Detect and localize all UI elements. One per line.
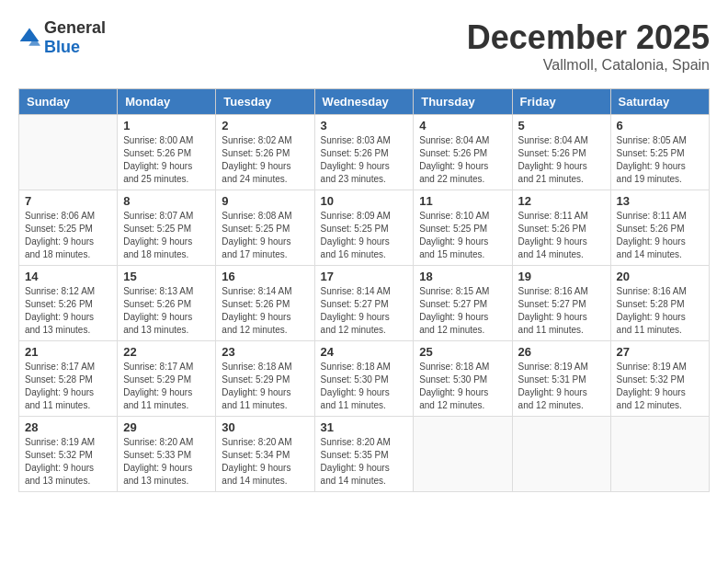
day-info: Sunrise: 8:19 AMSunset: 5:32 PMDaylight:… xyxy=(25,436,111,488)
day-cell: 1Sunrise: 8:00 AMSunset: 5:26 PMDaylight… xyxy=(118,115,216,190)
day-info: Sunrise: 8:19 AMSunset: 5:32 PMDaylight:… xyxy=(617,361,703,412)
day-cell: 21Sunrise: 8:17 AMSunset: 5:28 PMDayligh… xyxy=(19,341,118,417)
day-cell: 17Sunrise: 8:14 AMSunset: 5:27 PMDayligh… xyxy=(314,266,414,341)
col-header-monday: Monday xyxy=(118,89,216,115)
title-area: December 2025 Vallmoll, Catalonia, Spain xyxy=(467,18,710,74)
week-row-3: 14Sunrise: 8:12 AMSunset: 5:26 PMDayligh… xyxy=(19,266,710,341)
logo: General Blue xyxy=(18,18,106,57)
day-number: 24 xyxy=(321,345,408,359)
day-number: 11 xyxy=(419,194,506,208)
day-info: Sunrise: 8:04 AMSunset: 5:26 PMDaylight:… xyxy=(419,134,506,186)
day-number: 5 xyxy=(518,119,605,132)
day-number: 6 xyxy=(617,119,703,132)
day-cell: 29Sunrise: 8:20 AMSunset: 5:33 PMDayligh… xyxy=(118,417,216,492)
day-info: Sunrise: 8:07 AMSunset: 5:25 PMDaylight:… xyxy=(123,210,210,261)
day-cell: 20Sunrise: 8:16 AMSunset: 5:28 PMDayligh… xyxy=(610,266,709,341)
day-number: 28 xyxy=(25,420,111,434)
day-cell: 11Sunrise: 8:10 AMSunset: 5:25 PMDayligh… xyxy=(414,190,512,266)
day-number: 7 xyxy=(25,194,111,208)
header: General Blue December 2025 Vallmoll, Cat… xyxy=(18,18,710,74)
location: Vallmoll, Catalonia, Spain xyxy=(467,57,710,74)
day-number: 2 xyxy=(222,119,308,132)
day-info: Sunrise: 8:03 AMSunset: 5:26 PMDaylight:… xyxy=(321,134,408,186)
col-header-tuesday: Tuesday xyxy=(216,89,314,115)
day-cell xyxy=(414,417,512,492)
day-info: Sunrise: 8:17 AMSunset: 5:29 PMDaylight:… xyxy=(123,361,210,412)
day-number: 3 xyxy=(321,119,408,132)
week-row-5: 28Sunrise: 8:19 AMSunset: 5:32 PMDayligh… xyxy=(19,417,710,492)
day-number: 21 xyxy=(25,345,111,359)
day-info: Sunrise: 8:14 AMSunset: 5:26 PMDaylight:… xyxy=(222,285,308,337)
logo-icon xyxy=(18,27,40,49)
day-info: Sunrise: 8:10 AMSunset: 5:25 PMDaylight:… xyxy=(419,210,506,261)
day-cell: 24Sunrise: 8:18 AMSunset: 5:30 PMDayligh… xyxy=(314,341,414,417)
day-info: Sunrise: 8:11 AMSunset: 5:26 PMDaylight:… xyxy=(518,210,605,261)
day-info: Sunrise: 8:16 AMSunset: 5:27 PMDaylight:… xyxy=(518,285,605,337)
day-cell: 12Sunrise: 8:11 AMSunset: 5:26 PMDayligh… xyxy=(512,190,610,266)
day-info: Sunrise: 8:04 AMSunset: 5:26 PMDaylight:… xyxy=(518,134,605,186)
day-cell: 15Sunrise: 8:13 AMSunset: 5:26 PMDayligh… xyxy=(118,266,216,341)
day-cell: 8Sunrise: 8:07 AMSunset: 5:25 PMDaylight… xyxy=(118,190,216,266)
col-header-saturday: Saturday xyxy=(610,89,709,115)
day-cell: 27Sunrise: 8:19 AMSunset: 5:32 PMDayligh… xyxy=(610,341,709,417)
day-number: 18 xyxy=(419,270,506,283)
day-info: Sunrise: 8:18 AMSunset: 5:29 PMDaylight:… xyxy=(222,361,308,412)
day-info: Sunrise: 8:02 AMSunset: 5:26 PMDaylight:… xyxy=(222,134,308,186)
day-cell xyxy=(610,417,709,492)
day-info: Sunrise: 8:19 AMSunset: 5:31 PMDaylight:… xyxy=(518,361,605,412)
day-number: 20 xyxy=(617,270,703,283)
day-cell: 22Sunrise: 8:17 AMSunset: 5:29 PMDayligh… xyxy=(118,341,216,417)
day-info: Sunrise: 8:12 AMSunset: 5:26 PMDaylight:… xyxy=(25,285,111,337)
calendar-header-row: SundayMondayTuesdayWednesdayThursdayFrid… xyxy=(19,89,710,115)
day-cell: 30Sunrise: 8:20 AMSunset: 5:34 PMDayligh… xyxy=(216,417,314,492)
day-info: Sunrise: 8:00 AMSunset: 5:26 PMDaylight:… xyxy=(123,134,210,186)
day-number: 22 xyxy=(123,345,210,359)
day-number: 25 xyxy=(419,345,506,359)
day-number: 17 xyxy=(321,270,408,283)
day-info: Sunrise: 8:06 AMSunset: 5:25 PMDaylight:… xyxy=(25,210,111,261)
day-cell: 31Sunrise: 8:20 AMSunset: 5:35 PMDayligh… xyxy=(314,417,414,492)
col-header-wednesday: Wednesday xyxy=(314,89,414,115)
day-info: Sunrise: 8:20 AMSunset: 5:33 PMDaylight:… xyxy=(123,436,210,488)
day-number: 23 xyxy=(222,345,308,359)
day-number: 26 xyxy=(518,345,605,359)
day-cell: 19Sunrise: 8:16 AMSunset: 5:27 PMDayligh… xyxy=(512,266,610,341)
day-cell: 3Sunrise: 8:03 AMSunset: 5:26 PMDaylight… xyxy=(314,115,414,190)
day-cell: 2Sunrise: 8:02 AMSunset: 5:26 PMDaylight… xyxy=(216,115,314,190)
day-info: Sunrise: 8:16 AMSunset: 5:28 PMDaylight:… xyxy=(617,285,703,337)
day-cell: 26Sunrise: 8:19 AMSunset: 5:31 PMDayligh… xyxy=(512,341,610,417)
day-cell: 14Sunrise: 8:12 AMSunset: 5:26 PMDayligh… xyxy=(19,266,118,341)
day-cell: 25Sunrise: 8:18 AMSunset: 5:30 PMDayligh… xyxy=(414,341,512,417)
logo-blue: Blue xyxy=(44,38,80,56)
day-info: Sunrise: 8:15 AMSunset: 5:27 PMDaylight:… xyxy=(419,285,506,337)
day-info: Sunrise: 8:05 AMSunset: 5:25 PMDaylight:… xyxy=(617,134,703,186)
day-info: Sunrise: 8:17 AMSunset: 5:28 PMDaylight:… xyxy=(25,361,111,412)
day-info: Sunrise: 8:18 AMSunset: 5:30 PMDaylight:… xyxy=(321,361,408,412)
col-header-thursday: Thursday xyxy=(414,89,512,115)
day-number: 9 xyxy=(222,194,308,208)
day-info: Sunrise: 8:20 AMSunset: 5:34 PMDaylight:… xyxy=(222,436,308,488)
month-title: December 2025 xyxy=(467,18,710,57)
day-cell xyxy=(512,417,610,492)
day-cell: 23Sunrise: 8:18 AMSunset: 5:29 PMDayligh… xyxy=(216,341,314,417)
week-row-1: 1Sunrise: 8:00 AMSunset: 5:26 PMDaylight… xyxy=(19,115,710,190)
day-info: Sunrise: 8:09 AMSunset: 5:25 PMDaylight:… xyxy=(321,210,408,261)
day-cell: 6Sunrise: 8:05 AMSunset: 5:25 PMDaylight… xyxy=(610,115,709,190)
day-cell: 18Sunrise: 8:15 AMSunset: 5:27 PMDayligh… xyxy=(414,266,512,341)
col-header-friday: Friday xyxy=(512,89,610,115)
day-cell: 5Sunrise: 8:04 AMSunset: 5:26 PMDaylight… xyxy=(512,115,610,190)
day-cell: 9Sunrise: 8:08 AMSunset: 5:25 PMDaylight… xyxy=(216,190,314,266)
week-row-2: 7Sunrise: 8:06 AMSunset: 5:25 PMDaylight… xyxy=(19,190,710,266)
day-cell: 16Sunrise: 8:14 AMSunset: 5:26 PMDayligh… xyxy=(216,266,314,341)
day-number: 12 xyxy=(518,194,605,208)
week-row-4: 21Sunrise: 8:17 AMSunset: 5:28 PMDayligh… xyxy=(19,341,710,417)
day-number: 1 xyxy=(123,119,210,132)
logo-general: General xyxy=(44,18,106,37)
day-info: Sunrise: 8:18 AMSunset: 5:30 PMDaylight:… xyxy=(419,361,506,412)
day-cell: 7Sunrise: 8:06 AMSunset: 5:25 PMDaylight… xyxy=(19,190,118,266)
day-number: 29 xyxy=(123,420,210,434)
day-cell xyxy=(19,115,118,190)
day-number: 4 xyxy=(419,119,506,132)
day-info: Sunrise: 8:14 AMSunset: 5:27 PMDaylight:… xyxy=(321,285,408,337)
day-number: 15 xyxy=(123,270,210,283)
